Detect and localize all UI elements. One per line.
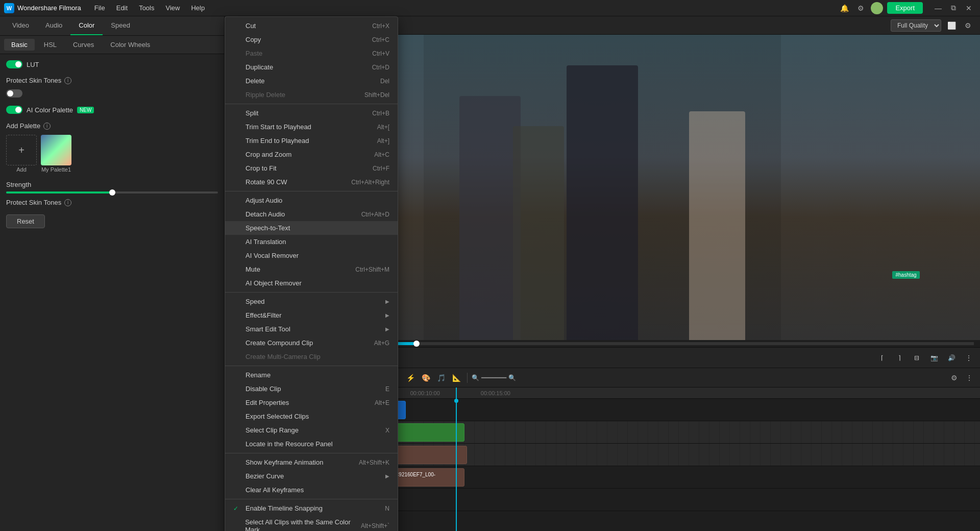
ctx-trim-end[interactable]: Trim End to Playhead Alt+] (225, 134, 398, 148)
ctx-locate-resource[interactable]: Locate in the Resource Panel (225, 437, 398, 451)
ctx-cut[interactable]: Cut Ctrl+X (225, 19, 398, 33)
ctx-adjust-audio[interactable]: Adjust Audio (225, 194, 398, 207)
ctx-paste: Paste Ctrl+V (225, 46, 398, 60)
ctx-split[interactable]: Split Ctrl+B (225, 106, 398, 120)
ctx-ripple-delete: Ripple Delete Shift+Del (225, 88, 398, 102)
ctx-snapping[interactable]: ✓ Enable Timeline Snapping N (225, 501, 398, 515)
ctx-copy[interactable]: Copy Ctrl+C (225, 33, 398, 46)
ctx-ai-vocal[interactable]: AI Vocal Remover (225, 249, 398, 262)
ctx-multi-cam: Create Multi-Camera Clip (225, 350, 398, 364)
ctx-clear-keyframes[interactable]: Clear All Keyframes (225, 483, 398, 497)
ctx-select-range[interactable]: Select Clip Range X (225, 423, 398, 437)
ctx-mute[interactable]: Mute Ctrl+Shift+M (225, 262, 398, 276)
ctx-ai-translation[interactable]: AI Translation (225, 235, 398, 249)
ctx-detach-audio[interactable]: Detach Audio Ctrl+Alt+D (225, 207, 398, 221)
ctx-sep-3 (225, 292, 398, 293)
ctx-bezier[interactable]: Bezier Curve (225, 469, 398, 483)
ctx-delete[interactable]: Delete Del (225, 74, 398, 88)
ctx-sep-2 (225, 191, 398, 191)
ctx-sep-5 (225, 453, 398, 453)
ctx-smart-edit[interactable]: Smart Edit Tool (225, 322, 398, 336)
ctx-crop-zoom[interactable]: Crop and Zoom Alt+C (225, 148, 398, 161)
ctx-trim-start[interactable]: Trim Start to Playhead Alt+[ (225, 120, 398, 134)
context-menu: Cut Ctrl+X Copy Ctrl+C Paste Ctrl+V Dupl… (225, 16, 398, 531)
ctx-keyframe[interactable]: Show Keyframe Animation Alt+Shift+K (225, 455, 398, 469)
ctx-duplicate[interactable]: Duplicate Ctrl+D (225, 60, 398, 74)
ctx-export-clips[interactable]: Export Selected Clips (225, 409, 398, 423)
ctx-sep-4 (225, 366, 398, 366)
ctx-speech-to-text[interactable]: Speech-to-Text (225, 221, 398, 235)
context-menu-overlay[interactable]: Cut Ctrl+X Copy Ctrl+C Paste Ctrl+V Dupl… (0, 0, 980, 531)
ctx-rename[interactable]: Rename (225, 368, 398, 382)
ctx-compound-clip[interactable]: Create Compound Clip Alt+G (225, 336, 398, 350)
ctx-rotate[interactable]: Rotate 90 CW Ctrl+Alt+Right (225, 175, 398, 189)
ctx-select-color-mark[interactable]: Select All Clips with the Same Color Mar… (225, 515, 398, 531)
ctx-disable-clip[interactable]: Disable Clip E (225, 382, 398, 396)
ctx-sep-1 (225, 104, 398, 104)
ctx-ai-object[interactable]: AI Object Remover (225, 276, 398, 290)
ctx-edit-properties[interactable]: Edit Properties Alt+E (225, 396, 398, 409)
ctx-crop-fit[interactable]: Crop to Fit Ctrl+F (225, 161, 398, 175)
ctx-speed[interactable]: Speed (225, 295, 398, 308)
snapping-check: ✓ (233, 505, 241, 512)
ctx-effect-filter[interactable]: Effect&Filter (225, 308, 398, 322)
ctx-sep-6 (225, 499, 398, 499)
